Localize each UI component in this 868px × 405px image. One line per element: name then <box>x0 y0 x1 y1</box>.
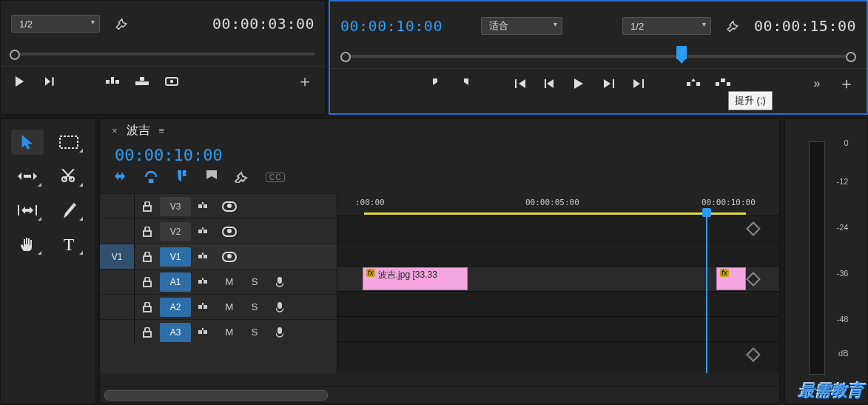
track-output-marker[interactable] <box>746 221 761 236</box>
track-visibility-icon[interactable] <box>222 201 237 212</box>
source-playbar[interactable] <box>1 39 325 67</box>
lock-icon[interactable] <box>135 327 160 338</box>
lane-v1[interactable]: fx 波吉.jpg [33.33 fx <box>337 266 779 291</box>
hand-tool[interactable] <box>11 232 44 257</box>
more-icon[interactable]: » <box>807 76 827 92</box>
source-patch-v1[interactable]: V1 <box>100 244 135 269</box>
track-label-a1[interactable]: A1 <box>160 272 191 292</box>
solo-icon[interactable]: S <box>247 276 262 287</box>
export-frame-icon[interactable] <box>162 73 181 90</box>
timeline-settings-icon[interactable] <box>235 170 248 185</box>
step-back-icon[interactable] <box>540 76 559 92</box>
track-visibility-icon[interactable] <box>222 252 237 262</box>
track-label-a2[interactable]: A2 <box>160 298 191 317</box>
sync-lock-icon[interactable] <box>197 202 212 211</box>
zoom-thumb[interactable] <box>104 390 328 401</box>
track-visibility-icon[interactable] <box>222 227 237 237</box>
program-playhead-handle[interactable] <box>676 46 687 59</box>
insert-icon[interactable] <box>103 73 122 90</box>
track-label-a3[interactable]: A3 <box>160 323 191 342</box>
snap-toggle-icon[interactable] <box>113 170 127 184</box>
meter-solo-right[interactable]: S <box>831 386 837 397</box>
extract-icon[interactable] <box>713 76 733 92</box>
program-duration[interactable]: 00:00:15:00 <box>754 17 856 35</box>
meter-solo-left[interactable]: S <box>815 386 821 397</box>
pen-tool[interactable] <box>53 198 85 223</box>
go-to-out-icon[interactable] <box>629 76 648 92</box>
add-marker-toggle-icon[interactable] <box>175 170 189 184</box>
type-tool[interactable]: T <box>53 232 85 257</box>
voiceover-icon[interactable] <box>272 302 287 312</box>
sync-lock-icon[interactable] <box>197 278 212 287</box>
add-button-icon[interactable]: ＋ <box>295 73 314 90</box>
track-label-v2[interactable]: V2 <box>160 222 191 241</box>
in-out-range[interactable] <box>364 212 746 215</box>
razor-tool[interactable] <box>53 164 85 189</box>
solo-icon[interactable]: S <box>247 301 262 312</box>
play-toggle-icon[interactable] <box>570 76 589 92</box>
overwrite-icon[interactable] <box>132 73 152 90</box>
track-output-marker[interactable] <box>746 272 761 287</box>
lane-v2[interactable] <box>337 241 779 266</box>
mark-in-icon[interactable] <box>426 76 445 92</box>
playhead[interactable] <box>706 215 707 373</box>
svg-rect-2 <box>115 80 119 84</box>
source-resolution-dropdown[interactable]: 1/2 <box>11 15 100 33</box>
sync-lock-icon[interactable] <box>197 227 212 236</box>
program-playbar[interactable] <box>330 41 867 69</box>
lock-icon[interactable] <box>135 302 160 312</box>
timeline-playhead-timecode[interactable]: 00:00:10:00 <box>100 141 779 166</box>
sequence-menu-icon[interactable]: ≡ <box>159 125 165 136</box>
lift-icon[interactable] <box>684 76 703 92</box>
program-timecode[interactable]: 00:00:10:00 <box>340 17 443 35</box>
lane-v3[interactable] <box>337 215 779 241</box>
clip-item[interactable]: fx 波吉.jpg [33.33 <box>363 267 468 290</box>
program-resolution-dropdown[interactable]: 1/2 <box>622 17 711 35</box>
captions-toggle-icon[interactable]: CC <box>266 173 285 182</box>
program-add-button-icon[interactable]: ＋ <box>837 76 856 92</box>
solo-icon[interactable]: S <box>247 327 262 338</box>
linked-selection-icon[interactable] <box>144 170 158 185</box>
mute-icon[interactable]: M <box>222 301 237 312</box>
lane-a1[interactable] <box>337 291 779 316</box>
clip-item[interactable]: fx <box>716 267 746 290</box>
mute-icon[interactable]: M <box>222 276 237 287</box>
voiceover-icon[interactable] <box>272 277 287 287</box>
go-to-in-icon[interactable] <box>511 76 530 92</box>
lock-icon[interactable] <box>135 227 160 237</box>
marker-icon[interactable] <box>206 170 217 184</box>
lock-icon[interactable] <box>135 252 160 262</box>
lane-a3[interactable] <box>337 341 779 366</box>
program-zoom-dropdown[interactable]: 适合 <box>481 17 562 35</box>
program-settings-icon[interactable] <box>723 18 742 34</box>
sync-lock-icon[interactable] <box>197 252 212 261</box>
source-settings-icon[interactable] <box>112 16 131 32</box>
step-forward-icon[interactable] <box>599 76 619 92</box>
track-label-v3[interactable]: V3 <box>160 197 191 216</box>
sequence-tab[interactable]: 波吉 <box>127 123 150 138</box>
lane-a2[interactable] <box>337 316 779 341</box>
timeline-track-area[interactable]: :00:00 00:00:05:00 00:00:10:00 fx 波吉.jpg… <box>337 193 779 373</box>
lock-icon[interactable] <box>135 277 160 287</box>
source-in-point-handle[interactable] <box>10 50 20 60</box>
timeline-ruler[interactable]: :00:00 00:00:05:00 00:00:10:00 <box>337 193 779 216</box>
track-output-marker[interactable] <box>746 347 761 362</box>
selection-tool[interactable] <box>11 130 44 155</box>
ripple-edit-tool[interactable] <box>11 164 44 189</box>
slip-tool[interactable] <box>11 198 44 223</box>
play-icon[interactable] <box>11 73 30 90</box>
track-label-v1[interactable]: V1 <box>160 247 191 267</box>
sync-lock-icon[interactable] <box>197 303 212 312</box>
voiceover-icon[interactable] <box>272 327 287 338</box>
close-sequence-icon[interactable]: × <box>112 125 118 136</box>
sync-lock-icon[interactable] <box>197 328 212 337</box>
source-timecode[interactable]: 00:00:03:00 <box>212 15 314 33</box>
program-out-handle[interactable] <box>846 52 856 62</box>
lock-icon[interactable] <box>135 201 160 212</box>
mark-out-icon[interactable] <box>456 76 475 92</box>
track-select-tool[interactable] <box>53 130 85 155</box>
timeline-zoom-bar[interactable] <box>100 386 779 403</box>
program-in-handle[interactable] <box>340 52 351 62</box>
step-forward-icon[interactable] <box>41 73 60 90</box>
mute-icon[interactable]: M <box>222 327 237 338</box>
